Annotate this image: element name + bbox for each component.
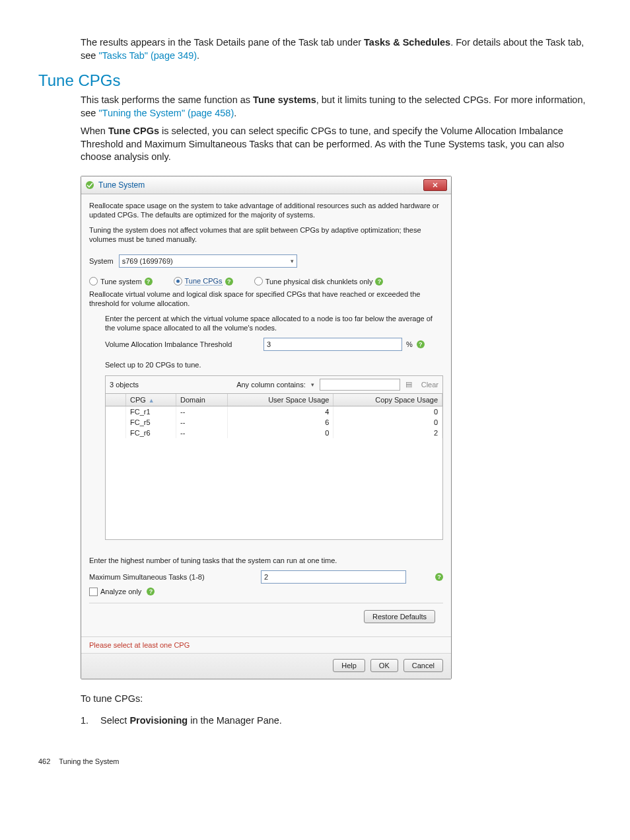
max-tasks-description: Enter the highest number of tuning tasks… — [89, 556, 443, 565]
step-1: 1. Select Provisioning in the Manager Pa… — [81, 715, 586, 726]
to-tune-heading: To tune CPGs: — [81, 693, 586, 706]
cell-user: 0 — [227, 428, 333, 438]
page-number: 462 — [38, 757, 50, 765]
analyze-only-checkbox[interactable] — [89, 588, 98, 596]
sort-ascending-icon: ▲ — [149, 397, 155, 404]
dialog-titlebar: Tune System — [81, 176, 451, 194]
text: When — [81, 126, 108, 136]
help-icon[interactable]: ? — [147, 588, 155, 595]
ok-button[interactable]: OK — [370, 659, 398, 672]
clear-button[interactable]: Clear — [421, 381, 438, 389]
radio-tune-cpgs[interactable] — [174, 277, 182, 286]
threshold-label: Volume Allocation Imbalance Threshold — [105, 340, 263, 348]
close-icon — [433, 182, 438, 188]
close-button[interactable] — [423, 179, 447, 191]
col-cpg[interactable]: CPG▲ — [126, 394, 176, 406]
objects-count: 3 objects — [110, 381, 139, 389]
help-icon[interactable]: ? — [145, 278, 153, 286]
select-hint: Select up to 20 CPGs to tune. — [105, 360, 443, 369]
system-label: System — [89, 257, 114, 265]
app-icon — [85, 180, 94, 190]
svg-point-0 — [86, 181, 94, 189]
col-checkbox[interactable] — [106, 394, 126, 406]
body-paragraph-2: When Tune CPGs is selected, you can sele… — [81, 125, 586, 164]
threshold-input[interactable]: 3 — [263, 338, 402, 351]
text: The results appears in the Task Details … — [81, 37, 364, 48]
radio-tune-system[interactable] — [89, 277, 98, 286]
dialog-description-2: Tuning the system does not affect volume… — [89, 225, 443, 245]
max-tasks-input[interactable]: 2 — [261, 570, 406, 584]
text-bold: Tune systems — [253, 95, 316, 105]
col-copy-space[interactable]: Copy Space Usage — [333, 394, 442, 406]
cell-domain: -- — [176, 406, 227, 417]
option-description: Reallocate virtual volume and logical di… — [89, 289, 443, 309]
max-tasks-value: 2 — [264, 573, 268, 581]
analyze-only-label: Analyze only — [100, 588, 141, 595]
cancel-button[interactable]: Cancel — [403, 659, 443, 672]
section-heading: Tune CPGs — [38, 71, 586, 90]
radio-tune-physical-label: Tune physical disk chunklets only — [265, 278, 373, 286]
body-paragraph-1: This task performs the same function as … — [81, 94, 586, 120]
cell-cpg: FC_r5 — [126, 417, 176, 428]
text: in the Manager Pane. — [188, 715, 282, 726]
dialog-title: Tune System — [98, 180, 423, 190]
cell-domain: -- — [176, 428, 227, 438]
filter-input[interactable] — [320, 379, 400, 391]
cpg-table: 3 objects Any column contains: ▾ ▤ Clear… — [105, 375, 443, 540]
table-row[interactable]: FC_r5 -- 6 0 — [106, 417, 442, 428]
tune-system-dialog: Tune System Reallocate space usage on th… — [81, 176, 452, 679]
col-domain[interactable]: Domain — [176, 394, 227, 406]
restore-defaults-button[interactable]: Restore Defaults — [364, 610, 435, 623]
radio-tune-physical[interactable] — [254, 277, 263, 286]
help-icon[interactable]: ? — [417, 340, 425, 348]
chevron-down-icon: ▾ — [291, 258, 294, 264]
dialog-description-1: Reallocate space usage on the system to … — [89, 201, 443, 220]
text-bold: Tasks & Schedules — [364, 37, 450, 48]
grip-icon: ▤ — [405, 380, 412, 389]
text: . — [197, 50, 199, 61]
chevron-down-icon[interactable]: ▾ — [311, 381, 314, 388]
cell-copy: 2 — [333, 428, 442, 438]
text: Select — [100, 715, 129, 726]
filter-label: Any column contains: — [236, 381, 306, 389]
table-row[interactable]: FC_r6 -- 0 2 — [106, 428, 442, 438]
step-number: 1. — [81, 715, 98, 726]
help-icon[interactable]: ? — [225, 278, 233, 286]
cell-copy: 0 — [333, 417, 442, 428]
help-icon[interactable]: ? — [375, 278, 383, 286]
page-footer: 462 Tuning the System — [38, 757, 586, 765]
cell-copy: 0 — [333, 406, 442, 417]
help-icon[interactable]: ? — [435, 573, 443, 581]
cell-cpg: FC_r6 — [126, 428, 176, 438]
text-bold: Tune CPGs — [108, 126, 159, 136]
text: . — [234, 108, 236, 118]
threshold-description: Enter the percent at which the virtual v… — [105, 314, 443, 333]
cell-user: 6 — [227, 417, 333, 428]
threshold-value: 3 — [267, 340, 271, 348]
radio-tune-system-label: Tune system — [100, 278, 142, 286]
help-button[interactable]: Help — [333, 659, 365, 672]
cell-cpg: FC_r1 — [126, 406, 176, 417]
cell-user: 4 — [227, 406, 333, 417]
tuning-system-link[interactable]: "Tuning the System" (page 458) — [98, 108, 234, 118]
system-select[interactable]: s769 (1699769) ▾ — [119, 254, 297, 268]
text-bold: Provisioning — [129, 715, 188, 726]
cell-domain: -- — [176, 417, 227, 428]
system-select-value: s769 (1699769) — [122, 257, 173, 265]
text: This task performs the same function as — [81, 95, 253, 105]
footer-section: Tuning the System — [59, 757, 119, 765]
col-user-space[interactable]: User Space Usage — [227, 394, 333, 406]
radio-tune-cpgs-label: Tune CPGs — [185, 277, 223, 286]
max-tasks-label: Maximum Simultaneous Tasks (1-8) — [89, 573, 261, 581]
percent-symbol: % — [406, 340, 413, 348]
intro-paragraph: The results appears in the Task Details … — [81, 36, 586, 62]
validation-message: Please select at least one CPG — [81, 636, 451, 653]
table-row[interactable]: FC_r1 -- 4 0 — [106, 406, 442, 417]
tasks-tab-link[interactable]: "Tasks Tab" (page 349) — [98, 50, 197, 61]
